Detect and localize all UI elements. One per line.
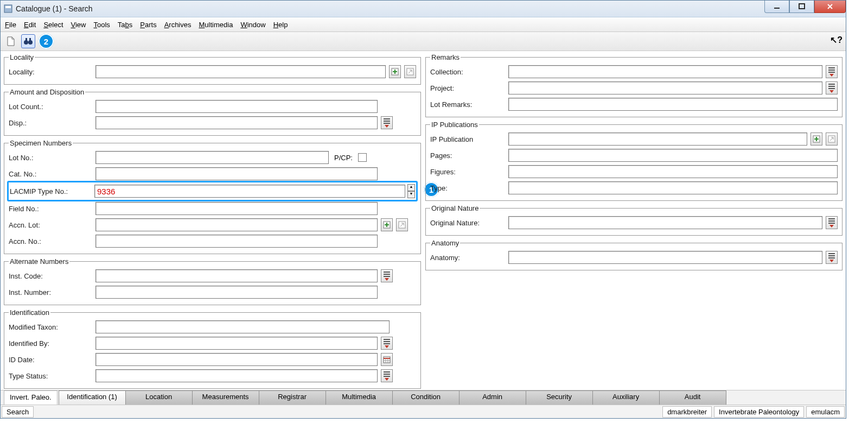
menu-tabs[interactable]: Tabs xyxy=(118,21,132,29)
accn-lot-view-button[interactable] xyxy=(396,218,408,231)
disp-lookup-button[interactable] xyxy=(381,116,393,129)
pcp-label: P/CP: xyxy=(334,154,353,162)
lot-remarks-input[interactable] xyxy=(508,98,838,111)
list-arrow-icon xyxy=(828,67,835,77)
list-arrow-icon xyxy=(384,339,390,348)
ip-pub-legend: IP Publications xyxy=(430,121,479,129)
search-button[interactable] xyxy=(21,34,35,48)
tab-audit[interactable]: Audit xyxy=(659,390,726,405)
field-no-label: Field No.: xyxy=(9,205,93,213)
field-no-input[interactable] xyxy=(95,202,378,215)
collection-input[interactable] xyxy=(508,65,822,78)
menu-help[interactable]: Help xyxy=(273,21,288,29)
accn-lot-input[interactable] xyxy=(95,218,378,231)
tab-location[interactable]: Location xyxy=(125,390,193,405)
id-by-input[interactable] xyxy=(95,337,378,350)
collection-lookup-button[interactable] xyxy=(826,65,838,78)
inst-number-label: Inst. Number: xyxy=(9,288,93,296)
tab-condition[interactable]: Condition xyxy=(392,390,459,405)
project-label: Project: xyxy=(430,84,506,92)
ip-pub-attach-button[interactable] xyxy=(810,133,822,146)
project-lookup-button[interactable] xyxy=(826,81,838,94)
cat-no-input[interactable] xyxy=(95,167,378,180)
inst-number-input[interactable] xyxy=(95,286,378,299)
menu-archives[interactable]: Archives xyxy=(164,21,192,29)
close-button[interactable] xyxy=(814,1,846,13)
menu-parts[interactable]: Parts xyxy=(140,21,156,29)
menu-file[interactable]: File xyxy=(5,21,16,29)
anatomy-input[interactable] xyxy=(508,251,822,264)
left-column: Locality Locality: Amount and Dispositio… xyxy=(4,53,421,389)
tab-multimedia[interactable]: Multimedia xyxy=(326,390,393,405)
menu-window[interactable]: Window xyxy=(240,21,265,29)
lacmip-spinner[interactable]: ▲▼ xyxy=(407,184,415,198)
locality-label: Locality: xyxy=(9,68,93,76)
window-controls xyxy=(764,1,846,17)
id-date-input[interactable] xyxy=(95,353,378,366)
lacmip-type-no-input[interactable] xyxy=(94,185,405,198)
list-arrow-icon xyxy=(828,253,835,262)
tab-auxiliary[interactable]: Auxiliary xyxy=(592,390,660,405)
locality-input[interactable] xyxy=(95,65,386,78)
tab-measurements[interactable]: Measurements xyxy=(192,390,259,405)
type-status-input[interactable] xyxy=(95,369,378,382)
identification-legend: Identification xyxy=(9,308,50,317)
type-input[interactable] xyxy=(508,181,838,194)
lacmip-row: LACMIP Type No.: ▲▼ xyxy=(7,181,418,201)
ip-pub-view-button[interactable] xyxy=(826,133,838,146)
figures-input[interactable] xyxy=(508,165,838,178)
ip-pub-label: IP Publication xyxy=(430,135,506,143)
status-department: Invertebrate Paleontology xyxy=(714,406,804,418)
orignat-legend: Original Nature xyxy=(430,204,480,212)
svg-rect-16 xyxy=(385,224,389,225)
status-user: dmarkbreiter xyxy=(662,406,712,418)
ip-pub-input[interactable] xyxy=(508,133,807,146)
project-input[interactable] xyxy=(508,81,822,94)
locality-attach-button[interactable] xyxy=(389,65,401,78)
menubar: File Edit Select View Tools Tabs Parts A… xyxy=(1,17,846,32)
collection-label: Collection: xyxy=(430,68,506,76)
lot-no-input[interactable] xyxy=(95,151,329,164)
tab-identification-1-[interactable]: Identification (1) xyxy=(59,390,126,405)
figures-label: Figures: xyxy=(430,168,506,176)
inst-code-input[interactable] xyxy=(95,269,378,282)
orignat-input[interactable] xyxy=(508,216,822,229)
id-by-lookup-button[interactable] xyxy=(381,337,393,350)
mod-taxon-label: Modified Taxon: xyxy=(9,323,93,331)
tab-registrar[interactable]: Registrar xyxy=(259,390,326,405)
menu-tools[interactable]: Tools xyxy=(93,21,110,29)
remarks-legend: Remarks xyxy=(430,53,461,61)
minimize-button[interactable] xyxy=(764,1,789,13)
id-date-label: ID Date: xyxy=(9,356,93,364)
alternate-group: Alternate Numbers Inst. Code: Inst. Numb… xyxy=(4,257,421,305)
tab-admin[interactable]: Admin xyxy=(459,390,526,405)
maximize-button[interactable] xyxy=(789,1,814,13)
svg-rect-2 xyxy=(774,8,780,9)
status-host: emulacm xyxy=(806,406,845,418)
accn-no-input[interactable] xyxy=(95,235,378,248)
pcp-checkbox[interactable] xyxy=(358,153,367,162)
new-record-button[interactable] xyxy=(4,34,18,48)
svg-rect-18 xyxy=(384,357,390,363)
list-arrow-icon xyxy=(384,272,390,281)
menu-edit[interactable]: Edit xyxy=(24,21,36,29)
lacmip-label: LACMIP Type No.: xyxy=(10,187,92,195)
accn-lot-attach-button[interactable] xyxy=(381,218,393,231)
disp-input[interactable] xyxy=(95,116,378,129)
lot-count-input[interactable] xyxy=(95,100,378,113)
inst-code-lookup-button[interactable] xyxy=(381,269,393,282)
id-date-calendar-button[interactable] xyxy=(381,353,393,366)
locality-view-button[interactable] xyxy=(404,65,416,78)
menu-multimedia[interactable]: Multimedia xyxy=(199,21,233,29)
context-help-button[interactable]: ↖? xyxy=(830,35,843,45)
menu-select[interactable]: Select xyxy=(43,21,63,29)
menu-view[interactable]: View xyxy=(71,21,86,29)
mod-taxon-input[interactable] xyxy=(95,320,390,333)
pages-input[interactable] xyxy=(508,149,838,162)
toolbar: 2 ↖? xyxy=(1,32,846,51)
orignat-lookup-button[interactable] xyxy=(826,216,838,229)
type-status-lookup-button[interactable] xyxy=(381,369,393,382)
anatomy-lookup-button[interactable] xyxy=(826,251,838,264)
svg-rect-1 xyxy=(5,6,11,8)
tab-security[interactable]: Security xyxy=(526,390,593,405)
